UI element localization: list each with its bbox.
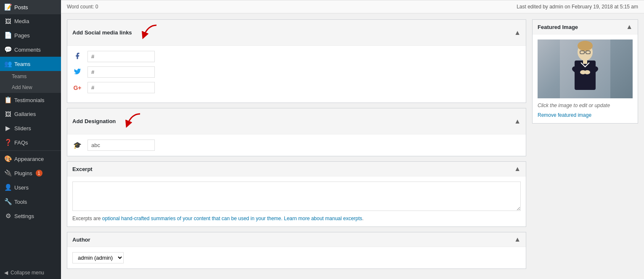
remove-featured-image-link[interactable]: Remove featured image — [538, 112, 591, 118]
pages-icon: 📄 — [4, 32, 12, 39]
author-title: Author — [72, 237, 90, 243]
designation-header: Add Designation ▲ — [67, 108, 526, 134]
author-header: Author ▲ — [67, 232, 526, 247]
featured-image-body: Click the image to edit or update Remove… — [533, 34, 638, 123]
gallaries-icon: 🖼 — [4, 111, 12, 118]
sidebar-item-settings[interactable]: ⚙ Settings — [0, 209, 61, 223]
googleplus-input[interactable] — [87, 82, 155, 93]
faqs-icon: ❓ — [4, 139, 12, 146]
sidebar-sub-teams[interactable]: Teams — [0, 71, 61, 82]
sidebar-item-testimonials[interactable]: 📋 Testimonials — [0, 93, 61, 107]
designation-input[interactable] — [87, 140, 155, 151]
facebook-row — [72, 51, 521, 62]
sidebar-item-teams[interactable]: 👥 Teams — [0, 57, 61, 71]
svg-rect-9 — [583, 60, 587, 64]
designation-body: 🎓 — [67, 134, 526, 156]
excerpt-toggle[interactable]: ▲ — [514, 165, 521, 173]
excerpt-box: Excerpt ▲ Excerpts are optional hand-cra… — [67, 161, 526, 227]
teams-icon: 👥 — [4, 60, 12, 68]
main-column: Add Social media links ▲ — [67, 19, 526, 273]
content-area: Add Social media links ▲ — [61, 13, 644, 279]
social-media-header: Add Social media links ▲ — [67, 20, 526, 46]
sidebar-item-faqs[interactable]: ❓ FAQs — [0, 135, 61, 150]
twitter-row — [72, 66, 521, 78]
excerpt-note: Excerpts are optional hand-crafted summa… — [72, 216, 521, 221]
posts-icon: 📝 — [4, 3, 12, 11]
sidebar-item-appearance[interactable]: 🎨 Appearance — [0, 152, 61, 166]
designation-title: Add Designation — [72, 118, 116, 124]
sliders-icon: ▶ — [4, 124, 12, 132]
twitter-input[interactable] — [87, 66, 155, 78]
excerpt-learn-more-link[interactable]: Learn more about manual excerpts — [284, 216, 362, 221]
designation-toggle[interactable]: ▲ — [514, 118, 521, 125]
testimonials-icon: 📋 — [4, 96, 12, 104]
excerpt-body: Excerpts are optional hand-crafted summa… — [67, 176, 526, 226]
googleplus-row: G+ — [72, 82, 521, 93]
excerpt-header: Excerpt ▲ — [67, 162, 526, 176]
word-count-label: Word count: 0 — [67, 4, 98, 10]
designation-row: 🎓 — [72, 140, 521, 151]
sidebar-item-gallaries[interactable]: 🖼 Gallaries — [0, 107, 61, 121]
svg-point-4 — [578, 41, 593, 51]
settings-icon: ⚙ — [4, 212, 12, 220]
facebook-input[interactable] — [87, 51, 155, 62]
last-edited: Last edited by admin on February 19, 201… — [517, 4, 638, 10]
googleplus-icon: G+ — [72, 84, 82, 91]
excerpt-title: Excerpt — [72, 166, 93, 172]
red-arrow-designation — [119, 112, 142, 131]
right-sidebar: Featured Image ▲ — [532, 19, 638, 273]
facebook-icon — [72, 52, 82, 61]
graduation-icon: 🎓 — [72, 141, 82, 149]
users-icon: 👤 — [4, 184, 12, 191]
featured-image-toggle[interactable]: ▲ — [626, 23, 633, 31]
sidebar-sub-add-new[interactable]: Add New — [0, 82, 61, 93]
collapse-menu-button[interactable]: ◀ Collapse menu — [0, 266, 61, 279]
author-select[interactable]: admin (admin) — [72, 252, 124, 263]
sidebar-item-tools[interactable]: 🔧 Tools — [0, 195, 61, 209]
sidebar-item-media[interactable]: 🖼 Media — [0, 14, 61, 28]
appearance-icon: 🎨 — [4, 155, 12, 163]
author-body: admin (admin) — [67, 247, 526, 268]
author-box: Author ▲ admin (admin) — [67, 232, 526, 269]
person-svg — [560, 39, 610, 98]
collapse-arrow-icon: ◀ — [4, 270, 8, 276]
social-media-body: G+ — [67, 46, 526, 103]
word-count-bar: Word count: 0 Last edited by admin on Fe… — [61, 0, 644, 13]
sidebar-item-pages[interactable]: 📄 Pages — [0, 28, 61, 42]
main-content: Word count: 0 Last edited by admin on Fe… — [61, 0, 644, 279]
media-icon: 🖼 — [4, 18, 12, 25]
red-arrow-social — [135, 23, 159, 42]
designation-box: Add Designation ▲ — [67, 108, 526, 156]
featured-image-title: Featured Image — [538, 24, 578, 30]
featured-image-thumbnail[interactable] — [538, 39, 633, 98]
featured-image-caption: Click the image to edit or update — [538, 103, 633, 108]
sidebar-item-plugins[interactable]: 🔌 Plugins 1 — [0, 166, 61, 180]
social-media-title: Add Social media links — [72, 29, 132, 36]
comments-icon: 💬 — [4, 46, 12, 53]
svg-rect-8 — [575, 61, 596, 90]
plugins-icon: 🔌 — [4, 169, 12, 177]
social-media-box: Add Social media links ▲ — [67, 19, 526, 103]
sidebar-item-users[interactable]: 👤 Users — [0, 180, 61, 195]
excerpt-textarea[interactable] — [72, 182, 521, 211]
sidebar-item-comments[interactable]: 💬 Comments — [0, 42, 61, 57]
sidebar-item-sliders[interactable]: ▶ Sliders — [0, 121, 61, 135]
svg-point-11 — [584, 70, 590, 74]
tools-icon: 🔧 — [4, 198, 12, 205]
sidebar-item-posts[interactable]: 📝 Posts — [0, 0, 61, 14]
author-toggle[interactable]: ▲ — [514, 236, 521, 243]
sidebar: 📝 Posts 🖼 Media 📄 Pages 💬 Comments 👥 Tea… — [0, 0, 61, 279]
featured-image-box: Featured Image ▲ — [532, 19, 638, 124]
plugins-badge: 1 — [36, 170, 42, 176]
featured-image-header: Featured Image ▲ — [533, 20, 638, 34]
twitter-icon — [72, 68, 82, 77]
social-media-toggle[interactable]: ▲ — [514, 29, 521, 37]
